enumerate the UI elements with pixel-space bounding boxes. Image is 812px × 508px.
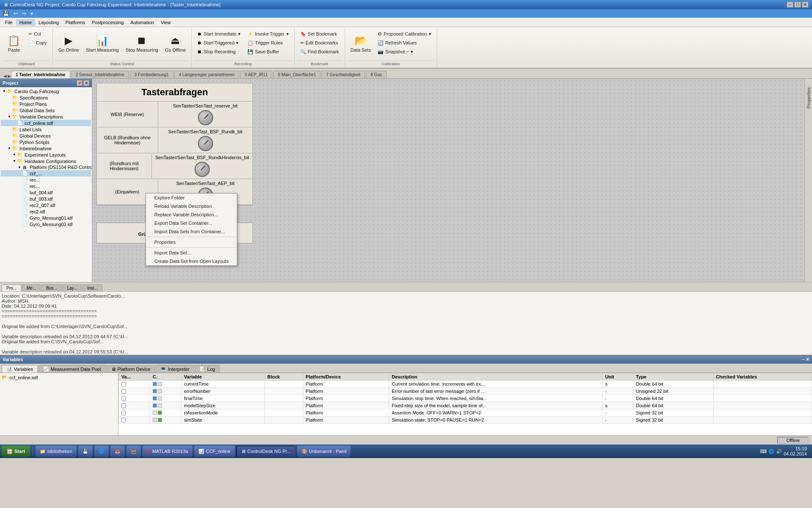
qa-redo-button[interactable]: ↪ xyxy=(21,10,27,17)
col-platform[interactable]: Platform/Device xyxy=(303,373,389,381)
tree-gyro-01[interactable]: 📄 Gyro_Messung01.idf xyxy=(1,215,91,221)
panel-close-button[interactable]: ✕ xyxy=(83,80,89,86)
ctx-export-data-set[interactable]: Export Data Set Container... xyxy=(146,219,237,227)
start-triggered-button[interactable]: ⏺ Start Triggered ▾ xyxy=(194,39,244,47)
col-checked[interactable]: Checked Variables xyxy=(713,373,812,381)
maximize-button[interactable]: □ xyxy=(794,2,801,8)
var-tab-interpreter[interactable]: 💻 Interpreter xyxy=(156,365,194,373)
tab-5[interactable]: 5 AEP_IR11 xyxy=(240,71,272,78)
col-type[interactable]: Type xyxy=(633,373,713,381)
start-immediate-button[interactable]: ⏺ Start Immediate ▾ xyxy=(194,30,244,38)
tab-7[interactable]: 7 Geschwindigkeit xyxy=(321,71,365,78)
va-checkbox[interactable] xyxy=(121,382,126,387)
col-block[interactable]: Block xyxy=(264,373,303,381)
tree-global-devices[interactable]: 📁 Global Devices xyxy=(1,133,91,139)
refresh-values-button[interactable]: 🔄 Refresh Values xyxy=(375,39,434,47)
tree-gyro-02[interactable]: 📄 Gyro_Messung02.idf xyxy=(1,221,91,227)
cut-button[interactable]: ✂ Cut xyxy=(25,30,50,38)
ctx-import-data-set[interactable]: Import Data Set... xyxy=(146,248,237,257)
tab-1[interactable]: 1 Taster_Inbetriebnahme xyxy=(11,71,70,78)
var-tab-measurement[interactable]: 📈 Measurement Data Pool xyxy=(38,365,106,373)
tree-rec2[interactable]: 📄 rec... xyxy=(1,183,91,189)
bottom-tab-me[interactable]: Me... xyxy=(22,284,41,291)
find-bookmark-button[interactable]: 🔍 Find Bookmark xyxy=(297,47,342,56)
taskbar-controldesk[interactable]: 🖥 ControlDesk NG Pr... xyxy=(236,446,296,457)
col-va[interactable]: Va... xyxy=(119,373,150,381)
ctx-import-data-sets[interactable]: Import Data Sets from Container... xyxy=(146,227,237,236)
menu-view[interactable]: View xyxy=(157,19,174,26)
tab-4[interactable]: 4 Längesregler parametrieren xyxy=(174,71,239,78)
col-variable[interactable]: Variable xyxy=(181,373,265,381)
tab-6[interactable]: 6 Main_Oberfläche1 xyxy=(273,71,321,78)
var-tab-log[interactable]: 📝 Log xyxy=(195,365,219,373)
taskbar-firefox[interactable]: 🦊 xyxy=(110,446,125,457)
col-unit[interactable]: Unit xyxy=(602,373,633,381)
ctx-reload-variable[interactable]: Reload Variable Description xyxy=(146,202,237,210)
va-checkbox[interactable] xyxy=(121,411,126,415)
qa-undo-button[interactable]: ↩ xyxy=(12,10,19,17)
col-description[interactable]: Description xyxy=(389,373,603,381)
tree-specifications[interactable]: 📁 Specifications xyxy=(1,94,91,101)
tree-experiment-layouts[interactable]: ▼ 📁 Experiment Layouts xyxy=(1,152,91,158)
stop-measuring-button[interactable]: ⏹ Stop Measuring xyxy=(123,30,161,58)
tree-buf-003[interactable]: 📄 buf_003.idf xyxy=(1,196,91,202)
go-online-button[interactable]: ▶ Go Online xyxy=(55,30,82,58)
copy-button[interactable]: 📄 Copy xyxy=(25,39,50,47)
va-checkbox[interactable] xyxy=(121,403,126,408)
tree-global-data-sets[interactable]: 📁 Global Data Sets xyxy=(1,107,91,113)
variables-minimize-btn[interactable]: ─ xyxy=(801,357,805,362)
taskbar-bibliotheken[interactable]: 📁 bibliotheken xyxy=(36,446,77,457)
menu-platforms[interactable]: Platforms xyxy=(62,19,88,26)
tree-buf-004[interactable]: 📄 buf_004.idf xyxy=(1,189,91,196)
taskbar-paint[interactable]: 🎨 Unbenannt - Paint xyxy=(297,446,351,457)
tree-platform[interactable]: ▼ 🖥 Platform [DS1104 R&D Controller B... xyxy=(1,164,91,170)
set-bookmark-button[interactable]: 🔖 Set Bookmark xyxy=(297,30,342,38)
snapshot-button[interactable]: 📷 Snapshot ~ ▾ xyxy=(375,47,434,56)
tree-python-scripts[interactable]: 📁 Python Scripts xyxy=(1,139,91,145)
tree-rec2-idf[interactable]: 📄 rec2.idf xyxy=(1,208,91,215)
variables-close-btn[interactable]: ✕ xyxy=(806,357,809,362)
close-button[interactable]: ✕ xyxy=(802,2,809,8)
tree-carolo-cup[interactable]: ▼ 📁 Carolo Cup Fahrzeug xyxy=(1,88,91,94)
tree-ccf[interactable]: 📄 ccf_... xyxy=(1,170,91,177)
qa-save-button[interactable]: 💾 xyxy=(2,10,11,17)
taskbar-calc[interactable]: 🧮 xyxy=(126,446,141,457)
taskbar-ccf-online[interactable]: 📊 CCF_online xyxy=(194,446,235,457)
va-checkbox[interactable] xyxy=(121,418,126,422)
tree-project-plans[interactable]: 📁 Project Plans xyxy=(1,101,91,107)
tree-label-lists[interactable]: 📁 Label Lists xyxy=(1,126,91,133)
taskbar-web[interactable]: 🌐 xyxy=(94,446,109,457)
tree-rec1[interactable]: 📄 rec... xyxy=(1,177,91,183)
bottom-tab-inst[interactable]: Inst... xyxy=(82,284,102,291)
menu-automation[interactable]: Automation xyxy=(127,19,157,26)
tab-3[interactable]: 3 Fernbedienung1 xyxy=(130,71,173,78)
tree-variable-descriptions[interactable]: ▼ 📁 Variable Descriptions xyxy=(1,113,91,120)
tree-hardware-configurations[interactable]: ▼ 📁 Hardware Configurations xyxy=(1,158,91,164)
qa-dropdown-button[interactable]: ▾ xyxy=(29,10,34,17)
va-checkbox[interactable] xyxy=(121,389,126,394)
ctx-explore-folder[interactable]: Explore Folder xyxy=(146,193,237,202)
tab-scroll-left[interactable]: ◀ xyxy=(3,74,7,78)
panel-pin-button[interactable]: 📌 xyxy=(77,80,82,86)
edit-bookmarks-button[interactable]: ✏ Edit Bookmarks xyxy=(297,39,342,47)
tab-8[interactable]: 8 Gas xyxy=(366,71,387,78)
bottom-tab-bus[interactable]: Bus... xyxy=(41,284,62,291)
trigger-rules-button[interactable]: 📋 Trigger Rules xyxy=(244,39,292,47)
paste-button[interactable]: 📋 Paste xyxy=(3,30,25,58)
save-buffer-button[interactable]: 💾 Save Buffer xyxy=(244,47,292,56)
menu-home[interactable]: Home xyxy=(16,19,35,26)
ctx-replace-variable[interactable]: Replace Variable Description... xyxy=(146,210,237,219)
ctx-properties[interactable]: Properties xyxy=(146,238,237,246)
taskbar-save[interactable]: 💾 xyxy=(78,446,93,457)
var-tab-platform-device[interactable]: 🖥 Platform Device xyxy=(107,365,155,373)
tree-rec2-007[interactable]: 📄 rec2_007.idf xyxy=(1,202,91,208)
start-button[interactable]: 🪟 Start xyxy=(2,446,30,457)
tab-scroll-right[interactable]: ▶ xyxy=(8,74,11,78)
menu-file[interactable]: File xyxy=(2,19,16,26)
minimize-button[interactable]: ─ xyxy=(787,2,793,8)
tree-inbetriebnahme[interactable]: ▼ 📁 Inbetriebnahme xyxy=(1,145,91,152)
data-sets-button[interactable]: 📂 Data Sets xyxy=(348,30,374,58)
go-offline-button[interactable]: ⏏ Go Offline xyxy=(162,30,189,58)
va-checkbox[interactable] xyxy=(121,396,126,401)
stop-recording-button[interactable]: ⏹ Stop Recording xyxy=(194,47,244,56)
